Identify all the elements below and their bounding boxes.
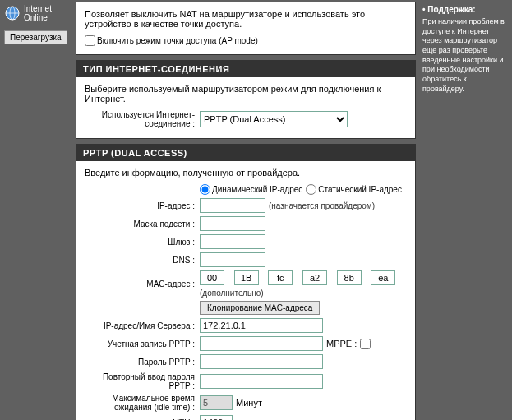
mac-seg-3[interactable] bbox=[302, 270, 327, 285]
mppe-label: MPPE : bbox=[326, 339, 357, 348]
gw-label: Шлюз : bbox=[85, 238, 200, 247]
conn-type-select[interactable]: PPTP (Dual Access) bbox=[200, 111, 348, 127]
server-label: IP-адрес/Имя Сервера : bbox=[85, 321, 200, 330]
pass-label: Пароль PPTP : bbox=[85, 358, 200, 367]
mac-label: MAC-адрес : bbox=[85, 279, 200, 288]
dns-label: DNS : bbox=[85, 256, 200, 265]
reboot-button[interactable]: Перезагрузка bbox=[4, 30, 67, 44]
mac-note: (дополнительно) bbox=[200, 288, 264, 298]
mask-label: Маска подсети : bbox=[85, 219, 200, 228]
ap-desc: Позволяет выключить NAT на маршрутизатор… bbox=[85, 9, 407, 29]
help-text: При наличии проблем в доступе к Интернет… bbox=[422, 17, 507, 95]
ap-mode-checkbox-label[interactable]: Включить режим точки доступа (AP mode) bbox=[85, 35, 258, 46]
mtu-input[interactable] bbox=[200, 415, 233, 420]
status-line1: Internet bbox=[24, 4, 52, 13]
mac-seg-5[interactable] bbox=[371, 270, 395, 285]
user-input[interactable] bbox=[200, 336, 323, 351]
idle-label: Максимальное время ожидания (idle time) … bbox=[85, 394, 200, 412]
conn-type-panel: ТИП ИНТЕРНЕТ-СОЕДИНЕНИЯ Выберите использ… bbox=[76, 60, 416, 139]
mppe-checkbox[interactable] bbox=[360, 339, 371, 349]
static-ip-radio[interactable] bbox=[306, 184, 316, 195]
mask-input[interactable] bbox=[200, 216, 265, 231]
pass2-input[interactable] bbox=[200, 374, 323, 389]
main-content: Позволяет выключить NAT на маршрутизатор… bbox=[74, 0, 417, 420]
clone-mac-button[interactable]: Клонирование MAC-адреса bbox=[200, 301, 320, 315]
conn-type-label: Используется Интернет-соединение : bbox=[85, 110, 200, 128]
dns-input[interactable] bbox=[200, 252, 265, 267]
dyn-ip-radio[interactable] bbox=[200, 184, 210, 195]
idle-input[interactable] bbox=[200, 395, 233, 410]
mac-seg-2[interactable] bbox=[268, 270, 293, 285]
internet-status: Internet Online bbox=[4, 4, 70, 22]
conn-type-desc: Выберите используемый маршрутизатором ре… bbox=[85, 84, 407, 104]
mac-seg-1[interactable] bbox=[234, 270, 259, 285]
help-title: Поддержка: bbox=[422, 5, 507, 14]
pptp-panel: PPTP (DUAL ACCESS) Введите информацию, п… bbox=[76, 144, 416, 420]
ap-mode-checkbox[interactable] bbox=[85, 35, 95, 46]
ip-note: (назначается провайдером) bbox=[269, 201, 375, 210]
ap-mode-panel: Позволяет выключить NAT на маршрутизатор… bbox=[76, 2, 416, 55]
status-line2: Online bbox=[24, 13, 52, 22]
gw-input[interactable] bbox=[200, 234, 265, 249]
conn-type-header: ТИП ИНТЕРНЕТ-СОЕДИНЕНИЯ bbox=[76, 61, 415, 77]
pass2-label: Повторный ввод пароля PPTP : bbox=[85, 372, 200, 390]
mac-seg-4[interactable] bbox=[337, 270, 362, 285]
dyn-ip-radio-label[interactable]: Динамический IP-адрес bbox=[200, 184, 302, 195]
user-label: Учетная запись PPTP : bbox=[85, 339, 200, 348]
mac-seg-0[interactable] bbox=[200, 270, 224, 285]
globe-icon bbox=[4, 5, 21, 21]
idle-unit: Минут bbox=[236, 398, 262, 408]
static-ip-radio-label[interactable]: Статический IP-адрес bbox=[306, 184, 402, 195]
server-input[interactable] bbox=[200, 318, 323, 333]
pptp-header: PPTP (DUAL ACCESS) bbox=[76, 145, 415, 161]
pptp-desc: Введите информацию, полученную от провай… bbox=[85, 168, 407, 178]
pass-input[interactable] bbox=[200, 354, 323, 369]
sidebar-left: Internet Online Перезагрузка bbox=[0, 0, 74, 420]
ip-input[interactable] bbox=[200, 198, 265, 213]
sidebar-right: Поддержка: При наличии проблем в доступе… bbox=[417, 0, 512, 420]
ip-label: IP-адрес : bbox=[85, 201, 200, 210]
